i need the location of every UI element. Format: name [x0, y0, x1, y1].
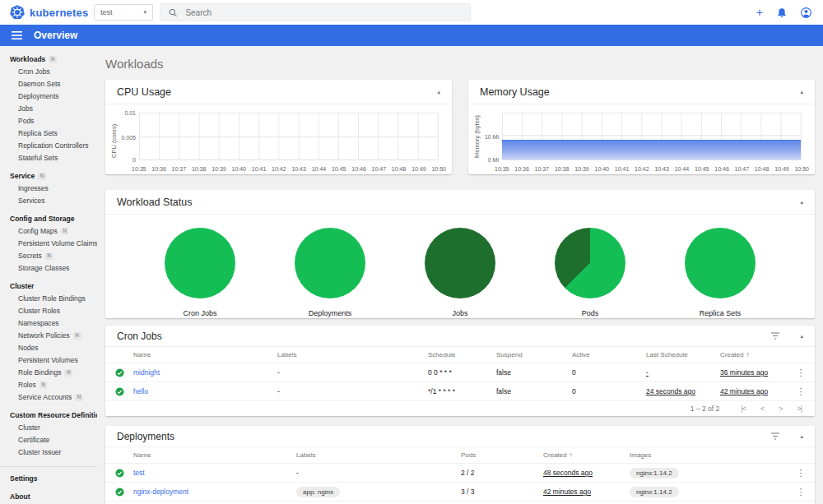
row-menu-button[interactable]: ⋮ [787, 386, 815, 397]
kubernetes-logo[interactable]: kubernetes [10, 5, 94, 20]
sidebar-item[interactable]: Config and Storage [0, 213, 97, 225]
create-resource-button[interactable]: + [756, 7, 763, 18]
col-schedule[interactable]: Schedule [428, 351, 496, 358]
sidebar-item[interactable]: Config Maps N [0, 225, 97, 238]
sidebar-item[interactable]: Cron Jobs [0, 66, 97, 78]
sidebar-item[interactable]: Namespaces [0, 317, 97, 330]
workload-pie-chart[interactable] [165, 228, 235, 298]
pager-last-button[interactable]: >| [797, 405, 802, 413]
search-bar[interactable] [160, 3, 471, 21]
cpu-plot-grid [139, 113, 439, 160]
account-icon[interactable] [801, 7, 811, 18]
sidebar-item-label: Roles [18, 379, 36, 391]
sidebar-item[interactable]: Cluster Roles [0, 305, 97, 317]
col-created[interactable]: Created↑ [543, 451, 630, 459]
sidebar-item[interactable]: Service Accounts N [0, 391, 97, 404]
sidebar-item[interactable]: Deployments [0, 90, 97, 103]
menu-hamburger-icon[interactable] [12, 31, 22, 39]
sidebar-item[interactable]: Pods [0, 115, 97, 127]
sidebar-item[interactable]: Stateful Sets [0, 152, 97, 164]
workload-pie-group: Pods [555, 228, 625, 317]
sidebar-item[interactable]: About [0, 491, 97, 503]
col-labels[interactable]: Labels [296, 451, 461, 459]
filter-icon[interactable] [770, 432, 780, 440]
workload-pie-chart[interactable] [295, 228, 365, 298]
sidebar-item[interactable]: Daemon Sets [0, 78, 97, 90]
cronjob-active: 0 [572, 387, 646, 395]
sidebar-item[interactable]: Settings [0, 473, 97, 485]
sidebar-item[interactable]: Cluster Issuer [0, 446, 97, 459]
sidebar-item[interactable]: Role Bindings N [0, 367, 97, 379]
cron-job-row: midnight - 0 0 * * * false 0 - 36 minute… [105, 363, 815, 382]
sidebar-item[interactable]: Cluster [0, 422, 97, 434]
label-plain: - [296, 469, 299, 477]
notifications-bell-icon[interactable] [777, 7, 787, 18]
x-axis-tick: 10:48 [755, 166, 770, 172]
row-menu-button[interactable]: ⋮ [787, 368, 815, 378]
cronjob-suspend: false [496, 368, 572, 377]
col-images[interactable]: Images [630, 451, 787, 459]
collapse-caret-icon[interactable]: ▴ [800, 433, 803, 440]
sidebar-item[interactable]: Ingresses [0, 183, 97, 195]
sidebar-item[interactable]: Persistent Volume Claims N [0, 238, 97, 250]
sidebar-item-label: Replica Sets [18, 127, 58, 140]
sidebar-item-label: Custom Resource Definitions [10, 409, 97, 422]
sidebar-item[interactable]: Secrets N [0, 250, 97, 262]
workload-pie-chart[interactable] [425, 228, 495, 298]
cronjob-created[interactable]: 36 minutes ago [720, 368, 768, 377]
cronjob-name-link[interactable]: midnight [133, 368, 277, 377]
row-menu-button[interactable]: ⋮ [787, 468, 815, 479]
sidebar-item[interactable]: Certificate [0, 434, 97, 446]
col-name[interactable]: Name [133, 351, 277, 358]
deployment-name-link[interactable]: test [133, 469, 296, 477]
workload-pie-label: Pods [582, 309, 599, 317]
col-created[interactable]: Created↑ [720, 351, 787, 358]
sidebar-item[interactable]: Cluster [0, 280, 97, 293]
search-input[interactable] [185, 8, 462, 17]
workload-pie-chart[interactable] [685, 228, 756, 298]
sidebar-item[interactable]: Custom Resource Definitions [0, 409, 97, 422]
col-pods[interactable]: Pods [461, 451, 543, 459]
pager-first-button[interactable]: |< [741, 405, 746, 413]
filter-icon[interactable] [770, 332, 780, 340]
cronjob-created[interactable]: 42 minutes ago [720, 387, 768, 395]
sidebar-item-label: Stateful Sets [18, 152, 58, 164]
deployment-created[interactable]: 42 minutes ago [543, 488, 591, 496]
cronjob-last-schedule[interactable]: - [646, 368, 649, 377]
collapse-caret-icon[interactable]: ▴ [800, 199, 803, 206]
deployment-name-link[interactable]: nginx-deployment [133, 488, 296, 496]
collapse-caret-icon[interactable]: ▴ [800, 333, 803, 340]
col-suspend[interactable]: Suspend [496, 351, 572, 358]
row-menu-button[interactable]: ⋮ [787, 487, 815, 497]
sidebar-item[interactable]: Persistent Volumes [0, 354, 97, 367]
sidebar-item-label: Namespaces [18, 317, 59, 330]
x-axis-tick: 10:47 [372, 166, 387, 172]
cronjob-name-link[interactable]: hello [133, 387, 277, 395]
cronjob-last-schedule[interactable]: 24 seconds ago [646, 387, 695, 395]
sidebar-item[interactable]: Network Policies N [0, 330, 97, 342]
col-active[interactable]: Active [572, 351, 646, 358]
sidebar-item[interactable]: Storage Classes [0, 262, 97, 275]
col-labels[interactable]: Labels [277, 351, 428, 358]
x-axis-tick: 10:40 [231, 166, 246, 172]
sidebar-item[interactable]: Nodes [0, 342, 97, 354]
collapse-caret-icon[interactable]: ▴ [437, 89, 440, 95]
sidebar-item[interactable]: Replication Controllers [0, 140, 97, 152]
sidebar-item[interactable]: Roles N [0, 379, 97, 391]
memory-x-axis: 10:3510:3610:3710:3810:3910:4010:4110:42… [495, 166, 809, 172]
workload-status-card: Workload Status ▴ Cron Jobs Deployments [105, 190, 815, 318]
sidebar-item[interactable]: Jobs [0, 103, 97, 115]
sidebar-item[interactable]: Service N [0, 170, 97, 183]
sidebar-item[interactable]: Cluster Role Bindings [0, 293, 97, 305]
collapse-caret-icon[interactable]: ▴ [800, 89, 803, 95]
col-name[interactable]: Name [133, 451, 296, 459]
sidebar-item[interactable]: Replica Sets [0, 127, 97, 140]
workload-pie-chart[interactable] [555, 228, 625, 298]
pager-next-button[interactable]: > [779, 405, 782, 413]
namespace-selector[interactable]: test ▾ [94, 4, 153, 21]
sidebar-item[interactable]: Workloads N [0, 53, 97, 66]
sidebar-item[interactable]: Services [0, 195, 97, 207]
deployment-created[interactable]: 48 seconds ago [543, 469, 593, 477]
pager-prev-button[interactable]: < [760, 405, 764, 413]
col-last-schedule[interactable]: Last Schedule [646, 351, 720, 358]
